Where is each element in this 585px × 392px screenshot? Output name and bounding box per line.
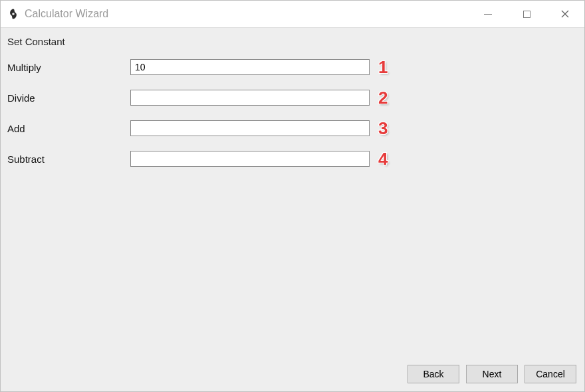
svg-point-0 <box>12 13 15 15</box>
form-row-add: Add 3 <box>7 120 579 136</box>
minimize-icon <box>484 14 492 15</box>
next-button[interactable]: Next <box>466 365 518 383</box>
annotation-2: 2 <box>378 88 388 108</box>
button-bar: Back Next Cancel <box>7 361 579 386</box>
add-input[interactable] <box>130 120 370 136</box>
window-controls <box>469 1 584 27</box>
close-button[interactable] <box>546 1 584 27</box>
subtract-input[interactable] <box>130 151 370 167</box>
minimize-button[interactable] <box>469 1 507 27</box>
section-heading: Set Constant <box>7 36 579 47</box>
divide-input[interactable] <box>130 90 370 106</box>
maximize-button[interactable] <box>507 1 546 27</box>
subtract-label: Subtract <box>7 153 130 165</box>
divide-label: Divide <box>7 92 130 104</box>
multiply-input[interactable] <box>130 59 370 75</box>
maximize-icon <box>523 11 530 18</box>
app-icon <box>6 7 21 21</box>
content-area: Set Constant Multiply 1 Divide 2 Add 3 S… <box>1 27 584 391</box>
annotation-1: 1 <box>378 57 388 78</box>
annotation-3: 3 <box>378 118 388 139</box>
annotation-4: 4 <box>378 149 388 169</box>
close-icon <box>561 10 569 18</box>
window-frame: Calculator Wizard Set Constant Multiply <box>0 0 585 392</box>
window-title: Calculator Wizard <box>25 8 108 20</box>
titlebar-left: Calculator Wizard <box>6 7 108 21</box>
form-row-multiply: Multiply 1 <box>7 59 579 75</box>
form-row-divide: Divide 2 <box>7 90 579 106</box>
cancel-button[interactable]: Cancel <box>525 365 576 383</box>
multiply-label: Multiply <box>7 62 130 73</box>
add-label: Add <box>7 123 130 134</box>
form-row-subtract: Subtract 4 <box>7 151 579 167</box>
titlebar: Calculator Wizard <box>1 1 584 27</box>
form-area: Multiply 1 Divide 2 Add 3 Subtract 4 <box>7 59 579 361</box>
back-button[interactable]: Back <box>408 365 459 383</box>
